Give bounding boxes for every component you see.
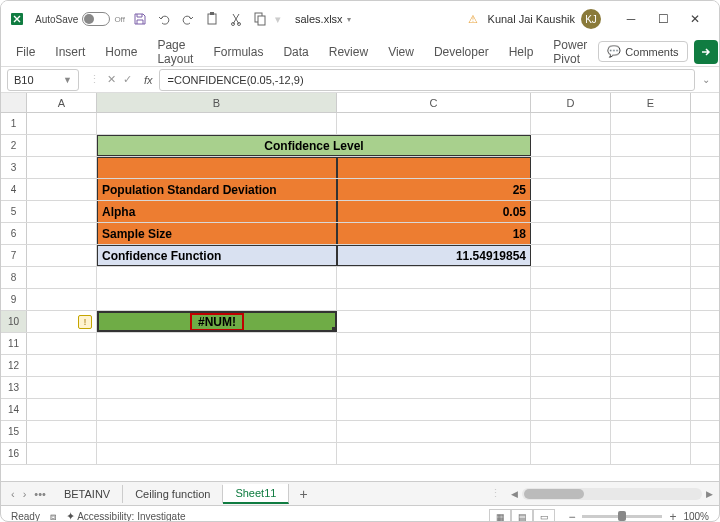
autosave-label: AutoSave bbox=[35, 14, 78, 25]
excel-logo-icon bbox=[9, 9, 29, 29]
ribbon-tabs: File Insert Home Page Layout Formulas Da… bbox=[1, 37, 719, 67]
tab-insert[interactable]: Insert bbox=[46, 41, 94, 63]
user-account[interactable]: Kunal Jai Kaushik KJ bbox=[488, 9, 601, 29]
row-header[interactable]: 8 bbox=[1, 267, 27, 288]
row-header[interactable]: 5 bbox=[1, 201, 27, 222]
accept-formula-icon[interactable]: ✓ bbox=[121, 73, 134, 86]
undo-icon[interactable] bbox=[155, 10, 173, 28]
warning-icon[interactable]: ⚠ bbox=[464, 10, 482, 28]
tab-review[interactable]: Review bbox=[320, 41, 377, 63]
maximize-button[interactable]: ☐ bbox=[647, 5, 679, 33]
cell-sample-value[interactable]: 18 bbox=[337, 223, 531, 244]
svg-rect-1 bbox=[208, 14, 216, 24]
horizontal-scrollbar[interactable] bbox=[522, 488, 702, 500]
sheet-tab[interactable]: BETAINV bbox=[52, 485, 123, 503]
row-header[interactable]: 12 bbox=[1, 355, 27, 376]
row-header[interactable]: 3 bbox=[1, 157, 27, 178]
row-header[interactable]: 9 bbox=[1, 289, 27, 310]
zoom-in-button[interactable]: + bbox=[666, 510, 679, 523]
spreadsheet-grid[interactable]: A B C D E 1 2 Confidence Level 3 4 Popul… bbox=[1, 93, 719, 481]
row-header[interactable]: 10 bbox=[1, 311, 27, 332]
view-page-layout-icon[interactable]: ▤ bbox=[511, 509, 533, 523]
minimize-button[interactable]: ─ bbox=[615, 5, 647, 33]
tab-data[interactable]: Data bbox=[274, 41, 317, 63]
workbook-stats-icon[interactable]: ⧈ bbox=[50, 511, 56, 523]
row-header[interactable]: 7 bbox=[1, 245, 27, 266]
add-sheet-button[interactable]: + bbox=[289, 486, 317, 502]
error-value: #NUM! bbox=[190, 313, 244, 331]
accessibility-status[interactable]: ✦ Accessibility: Investigate bbox=[66, 510, 186, 522]
col-header-B[interactable]: B bbox=[97, 93, 337, 112]
cell-psd-value[interactable]: 25 bbox=[337, 179, 531, 200]
cell-alpha-value[interactable]: 0.05 bbox=[337, 201, 531, 222]
tab-help[interactable]: Help bbox=[500, 41, 543, 63]
cell-sample-label[interactable]: Sample Size bbox=[97, 223, 337, 244]
tab-home[interactable]: Home bbox=[96, 41, 146, 63]
name-box[interactable]: B10 ▼ bbox=[7, 69, 79, 91]
tab-file[interactable]: File bbox=[7, 41, 44, 63]
tab-view[interactable]: View bbox=[379, 41, 423, 63]
row-header[interactable]: 15 bbox=[1, 421, 27, 442]
select-all-corner[interactable] bbox=[1, 93, 27, 112]
chevron-down-icon: ▼ bbox=[63, 75, 72, 85]
fx-icon[interactable]: fx bbox=[142, 74, 155, 86]
formula-input[interactable]: =CONFIDENCE(0.05,-12,9) bbox=[159, 69, 695, 91]
tab-formulas[interactable]: Formulas bbox=[204, 41, 272, 63]
col-header-C[interactable]: C bbox=[337, 93, 531, 112]
zoom-slider[interactable] bbox=[582, 515, 662, 518]
cell-alpha-label[interactable]: Alpha bbox=[97, 201, 337, 222]
tab-developer[interactable]: Developer bbox=[425, 41, 498, 63]
row-header[interactable]: 4 bbox=[1, 179, 27, 200]
cancel-formula-icon[interactable]: ✕ bbox=[105, 73, 118, 86]
error-warning-icon[interactable]: ! bbox=[78, 315, 92, 329]
save-icon[interactable] bbox=[131, 10, 149, 28]
svg-rect-6 bbox=[258, 16, 265, 25]
row-header[interactable]: 14 bbox=[1, 399, 27, 420]
column-headers: A B C D E bbox=[1, 93, 719, 113]
row-header[interactable]: 16 bbox=[1, 443, 27, 464]
hscroll-left-icon[interactable]: ◀ bbox=[509, 489, 520, 499]
sheet-next-icon[interactable]: › bbox=[21, 488, 29, 500]
cell-conf-value[interactable]: 11.54919854 bbox=[337, 245, 531, 266]
row-header[interactable]: 2 bbox=[1, 135, 27, 156]
avatar-icon: KJ bbox=[581, 9, 601, 29]
cut-icon[interactable] bbox=[227, 10, 245, 28]
formula-bar: B10 ▼ ⋮ ✕ ✓ fx =CONFIDENCE(0.05,-12,9) ⌄ bbox=[1, 67, 719, 93]
col-header-D[interactable]: D bbox=[531, 93, 611, 112]
paste-icon[interactable] bbox=[203, 10, 221, 28]
view-page-break-icon[interactable]: ▭ bbox=[533, 509, 555, 523]
sheet-tab[interactable]: Ceiling function bbox=[123, 485, 223, 503]
copy-icon[interactable] bbox=[251, 10, 269, 28]
status-bar: Ready ⧈ ✦ Accessibility: Investigate ▦ ▤… bbox=[1, 505, 719, 522]
view-normal-icon[interactable]: ▦ bbox=[489, 509, 511, 523]
zoom-level[interactable]: 100% bbox=[683, 511, 709, 522]
filename[interactable]: sales.xlsx ▾ bbox=[295, 13, 351, 25]
share-button[interactable] bbox=[694, 40, 718, 64]
col-header-A[interactable]: A bbox=[27, 93, 97, 112]
cell-title[interactable]: Confidence Level bbox=[97, 135, 531, 156]
sheet-prev-icon[interactable]: ‹ bbox=[9, 488, 17, 500]
row-header[interactable]: 13 bbox=[1, 377, 27, 398]
sheet-more-icon[interactable]: ••• bbox=[32, 488, 48, 500]
cell-selected-b10[interactable]: #NUM! bbox=[97, 311, 337, 332]
row-header[interactable]: 1 bbox=[1, 113, 27, 134]
comment-icon: 💬 bbox=[607, 45, 621, 58]
tab-page-layout[interactable]: Page Layout bbox=[148, 34, 202, 70]
autosave-toggle[interactable]: AutoSave Off bbox=[35, 12, 125, 26]
zoom-out-button[interactable]: − bbox=[565, 510, 578, 523]
formula-edit-icons: ⋮ ✕ ✓ bbox=[83, 73, 138, 86]
formula-expand-icon[interactable]: ⌄ bbox=[699, 74, 713, 85]
toggle-switch-icon[interactable] bbox=[82, 12, 110, 26]
tab-power-pivot[interactable]: Power Pivot bbox=[544, 34, 596, 70]
col-header-E[interactable]: E bbox=[611, 93, 691, 112]
sheet-tab-active[interactable]: Sheet11 bbox=[223, 484, 289, 504]
row-header[interactable]: 11 bbox=[1, 333, 27, 354]
redo-icon[interactable] bbox=[179, 10, 197, 28]
cell-psd-label[interactable]: Population Standard Deviation bbox=[97, 179, 337, 200]
close-button[interactable]: ✕ bbox=[679, 5, 711, 33]
hscroll-right-icon[interactable]: ▶ bbox=[704, 489, 715, 499]
comments-button[interactable]: 💬 Comments bbox=[598, 41, 687, 62]
user-name: Kunal Jai Kaushik bbox=[488, 13, 575, 25]
cell-conf-label[interactable]: Confidence Function bbox=[97, 245, 337, 266]
row-header[interactable]: 6 bbox=[1, 223, 27, 244]
